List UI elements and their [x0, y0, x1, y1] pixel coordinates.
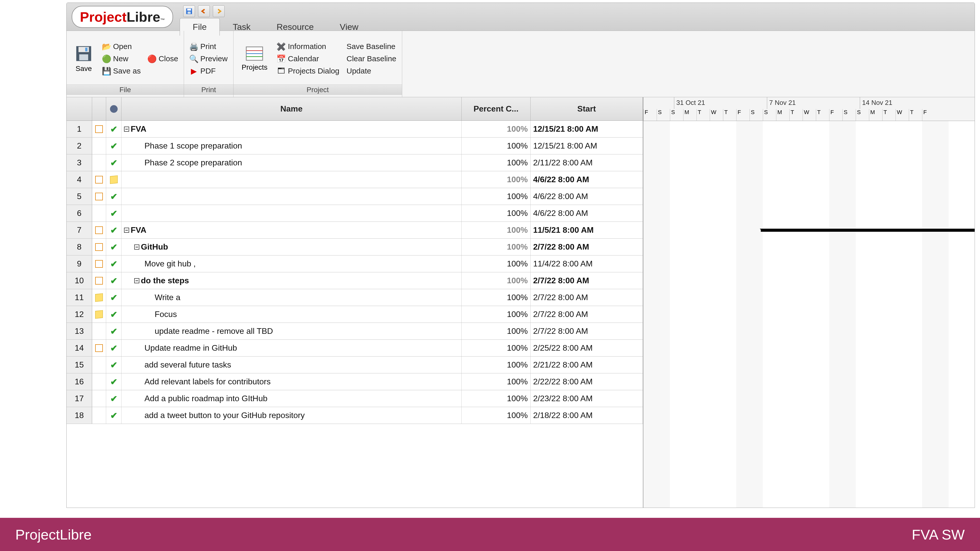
task-name[interactable]: Phase 2 scope preparation	[121, 154, 462, 171]
open-button[interactable]: 📂Open	[101, 41, 142, 51]
row-number[interactable]: 1	[67, 121, 92, 137]
table-row[interactable]: 11✔Write a100%2/7/22 8:00 AM	[67, 289, 643, 306]
col-info[interactable]	[106, 97, 121, 121]
save-baseline-button[interactable]: Save Baseline	[345, 41, 398, 51]
preview-button[interactable]: 🔍Preview	[188, 54, 229, 64]
row-number[interactable]: 16	[67, 373, 92, 390]
col-percent[interactable]: Percent C...	[462, 97, 531, 121]
saveas-button[interactable]: 💾Save as	[101, 66, 142, 76]
information-button[interactable]: ✖️Information	[275, 41, 341, 51]
start-date[interactable]: 4/6/22 8:00 AM	[531, 205, 643, 221]
percent-complete[interactable]: 100%	[462, 222, 531, 238]
projects-button[interactable]: Projects	[238, 35, 272, 83]
start-date[interactable]: 12/15/21 8:00 AM	[531, 137, 643, 154]
row-number[interactable]: 5	[67, 188, 92, 205]
gantt-body[interactable]	[643, 121, 975, 508]
table-row[interactable]: 13✔update readme - remove all TBD100%2/7…	[67, 323, 643, 340]
task-name[interactable]: Add a public roadmap into GItHub	[121, 390, 462, 407]
update-button[interactable]: Update	[345, 66, 398, 76]
start-date[interactable]: 4/6/22 8:00 AM	[531, 188, 643, 205]
row-number[interactable]: 6	[67, 205, 92, 221]
row-number[interactable]: 17	[67, 390, 92, 407]
save-button[interactable]: Save	[71, 35, 97, 83]
start-date[interactable]: 2/25/22 8:00 AM	[531, 340, 643, 356]
percent-complete[interactable]: 100%	[462, 239, 531, 255]
col-name[interactable]: Name	[121, 97, 462, 121]
task-name[interactable]	[121, 171, 462, 188]
row-number[interactable]: 13	[67, 323, 92, 339]
new-button[interactable]: 🟢New	[101, 54, 142, 64]
percent-complete[interactable]: 100%	[462, 323, 531, 339]
percent-complete[interactable]: 100%	[462, 137, 531, 154]
percent-complete[interactable]: 100%	[462, 390, 531, 407]
row-number[interactable]: 2	[67, 137, 92, 154]
row-number[interactable]: 12	[67, 306, 92, 323]
save-icon[interactable]	[183, 5, 195, 17]
percent-complete[interactable]: 100%	[462, 121, 531, 137]
table-row[interactable]: 3✔Phase 2 scope preparation100%2/11/22 8…	[67, 154, 643, 171]
table-row[interactable]: 2✔Phase 1 scope preparation100%12/15/21 …	[67, 137, 643, 154]
gantt-chart[interactable]: 31 Oct 217 Nov 2114 Nov 21 FSSMTWTFSSMTW…	[643, 97, 975, 508]
pdf-button[interactable]: ▶PDF	[188, 66, 229, 76]
task-name[interactable]: Add relevant labels for contributors	[121, 373, 462, 390]
table-row[interactable]: 14✔Update readme in GitHub100%2/25/22 8:…	[67, 340, 643, 357]
start-date[interactable]: 2/23/22 8:00 AM	[531, 390, 643, 407]
task-name[interactable]: −FVA	[121, 222, 462, 238]
task-name[interactable]: Phase 1 scope preparation	[121, 137, 462, 154]
percent-complete[interactable]: 100%	[462, 171, 531, 188]
task-name[interactable]: −GitHub	[121, 239, 462, 255]
table-row[interactable]: 15✔add several future tasks100%2/21/22 8…	[67, 357, 643, 373]
undo-icon[interactable]	[198, 5, 210, 17]
table-row[interactable]: 8✔−GitHub100%2/7/22 8:00 AM	[67, 239, 643, 255]
row-number[interactable]: 10	[67, 272, 92, 289]
table-row[interactable]: 17✔Add a public roadmap into GItHub100%2…	[67, 390, 643, 407]
start-date[interactable]: 2/7/22 8:00 AM	[531, 323, 643, 339]
start-date[interactable]: 11/5/21 8:00 AM	[531, 222, 643, 238]
start-date[interactable]: 2/11/22 8:00 AM	[531, 154, 643, 171]
start-date[interactable]: 4/6/22 8:00 AM	[531, 171, 643, 188]
percent-complete[interactable]: 100%	[462, 188, 531, 205]
start-date[interactable]: 2/7/22 8:00 AM	[531, 239, 643, 255]
start-date[interactable]: 11/4/22 8:00 AM	[531, 255, 643, 272]
print-button[interactable]: 🖨️Print	[188, 41, 229, 51]
percent-complete[interactable]: 100%	[462, 357, 531, 373]
outline-toggle-icon[interactable]: −	[134, 245, 139, 250]
percent-complete[interactable]: 100%	[462, 306, 531, 323]
table-row[interactable]: 12✔Focus100%2/7/22 8:00 AM	[67, 306, 643, 323]
task-name[interactable]: add a tweet button to your GitHub reposi…	[121, 407, 462, 424]
row-number[interactable]: 11	[67, 289, 92, 306]
task-name[interactable]: −do the steps	[121, 272, 462, 289]
close-button[interactable]: 🔴Close	[146, 54, 180, 64]
percent-complete[interactable]: 100%	[462, 255, 531, 272]
start-date[interactable]: 2/7/22 8:00 AM	[531, 272, 643, 289]
row-number[interactable]: 15	[67, 357, 92, 373]
start-date[interactable]: 12/15/21 8:00 AM	[531, 121, 643, 137]
task-name[interactable]	[121, 205, 462, 221]
percent-complete[interactable]: 100%	[462, 340, 531, 356]
percent-complete[interactable]: 100%	[462, 154, 531, 171]
task-name[interactable]: Update readme in GitHub	[121, 340, 462, 356]
row-number[interactable]: 7	[67, 222, 92, 238]
start-date[interactable]: 2/18/22 8:00 AM	[531, 407, 643, 424]
table-row[interactable]: 18✔add a tweet button to your GitHub rep…	[67, 407, 643, 424]
start-date[interactable]: 2/22/22 8:00 AM	[531, 373, 643, 390]
table-row[interactable]: 9✔Move git hub ,100%11/4/22 8:00 AM	[67, 255, 643, 272]
task-name[interactable]: Focus	[121, 306, 462, 323]
table-row[interactable]: 7✔−FVA100%11/5/21 8:00 AM	[67, 222, 643, 239]
outline-toggle-icon[interactable]: −	[134, 278, 139, 283]
outline-toggle-icon[interactable]: −	[124, 228, 129, 233]
table-row[interactable]: 16✔Add relevant labels for contributors1…	[67, 373, 643, 390]
percent-complete[interactable]: 100%	[462, 205, 531, 221]
task-name[interactable]: Write a	[121, 289, 462, 306]
gantt-summary-bar[interactable]	[761, 229, 975, 232]
table-row[interactable]: 1✔−FVA100%12/15/21 8:00 AM	[67, 121, 643, 137]
task-name[interactable]: Move git hub ,	[121, 255, 462, 272]
row-number[interactable]: 8	[67, 239, 92, 255]
table-row[interactable]: 10✔−do the steps100%2/7/22 8:00 AM	[67, 272, 643, 289]
percent-complete[interactable]: 100%	[462, 272, 531, 289]
start-date[interactable]: 2/21/22 8:00 AM	[531, 357, 643, 373]
percent-complete[interactable]: 100%	[462, 373, 531, 390]
projects-dialog-button[interactable]: 🗔Projects Dialog	[275, 66, 341, 76]
table-row[interactable]: 6✔100%4/6/22 8:00 AM	[67, 205, 643, 222]
calendar-button[interactable]: 📅Calendar	[275, 54, 341, 64]
